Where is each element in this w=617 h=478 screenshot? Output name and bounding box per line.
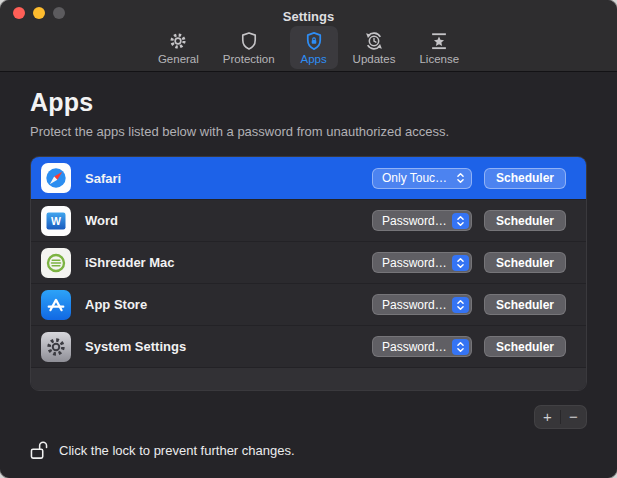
app-store-icon xyxy=(41,290,71,320)
app-row-safari[interactable]: Safari Only Touch ID Scheduler xyxy=(31,157,586,199)
tab-apps-label: Apps xyxy=(301,53,327,65)
close-button[interactable] xyxy=(13,7,25,19)
lock-hint-text: Click the lock to prevent further change… xyxy=(59,443,295,458)
gear-icon xyxy=(167,29,189,52)
scheduler-button[interactable]: Scheduler xyxy=(484,210,566,231)
minimize-button[interactable] xyxy=(33,7,45,19)
protection-mode-select[interactable]: Only Touch ID xyxy=(372,168,472,189)
window-title: Settings xyxy=(0,3,617,24)
scheduler-button[interactable]: Scheduler xyxy=(484,168,566,189)
app-name: App Store xyxy=(85,297,147,312)
protection-mode-select[interactable]: Password & T… xyxy=(372,210,472,231)
app-row-system-settings[interactable]: System Settings Password & T… Scheduler xyxy=(31,325,586,367)
tab-updates[interactable]: Updates xyxy=(344,26,405,69)
zoom-button[interactable] xyxy=(53,7,65,19)
protection-mode-value: Password & T… xyxy=(382,256,449,270)
page-title: Apps xyxy=(30,88,587,117)
protection-mode-value: Only Touch ID xyxy=(382,171,449,185)
apps-pane: Apps Protect the apps listed below with … xyxy=(0,72,617,478)
protection-mode-select[interactable]: Password & T… xyxy=(372,336,472,357)
protection-mode-value: Password & T… xyxy=(382,298,449,312)
remove-app-button[interactable]: − xyxy=(561,405,586,429)
app-row-ishredder[interactable]: iShredder Mac Password & T… Scheduler xyxy=(31,241,586,283)
word-icon: W xyxy=(41,206,71,236)
chevron-up-down-icon xyxy=(452,170,469,186)
traffic-lights xyxy=(13,7,65,19)
chevron-up-down-icon xyxy=(452,213,469,229)
scheduler-button[interactable]: Scheduler xyxy=(484,336,566,357)
open-lock-icon[interactable] xyxy=(30,440,50,461)
titlebar: Settings xyxy=(0,0,617,26)
list-edit-segment: + − xyxy=(534,405,587,429)
list-empty-area xyxy=(31,367,586,390)
scheduler-button[interactable]: Scheduler xyxy=(484,294,566,315)
shield-icon xyxy=(238,29,260,52)
clock-refresh-icon xyxy=(363,29,385,52)
protected-apps-list: Safari Only Touch ID Scheduler xyxy=(30,156,587,391)
protection-mode-select[interactable]: Password & T… xyxy=(372,294,472,315)
tab-updates-label: Updates xyxy=(353,53,396,65)
star-certificate-icon xyxy=(428,29,450,52)
system-settings-icon xyxy=(41,332,71,362)
protection-mode-select[interactable]: Password & T… xyxy=(372,252,472,273)
svg-text:W: W xyxy=(51,215,61,227)
app-row-app-store[interactable]: App Store Password & T… Scheduler xyxy=(31,283,586,325)
chevron-up-down-icon xyxy=(452,297,469,313)
chevron-up-down-icon xyxy=(452,255,469,271)
protection-mode-value: Password & T… xyxy=(382,214,449,228)
app-name: Safari xyxy=(85,171,121,186)
tab-general-label: General xyxy=(158,53,199,65)
add-app-button[interactable]: + xyxy=(535,405,560,429)
tab-license-label: License xyxy=(419,53,459,65)
tab-apps[interactable]: Apps xyxy=(290,26,338,69)
scheduler-button[interactable]: Scheduler xyxy=(484,252,566,273)
tab-protection[interactable]: Protection xyxy=(214,26,284,69)
page-description: Protect the apps listed below with a pas… xyxy=(30,124,587,139)
shield-lock-icon xyxy=(303,29,325,52)
toolbar: General Protection Apps xyxy=(0,26,617,72)
settings-window: Settings General Protection xyxy=(0,0,617,478)
ishredder-icon xyxy=(41,248,71,278)
chevron-up-down-icon xyxy=(452,339,469,355)
protection-mode-value: Password & T… xyxy=(382,340,449,354)
safari-icon xyxy=(41,163,71,193)
app-name: System Settings xyxy=(85,339,186,354)
tab-license[interactable]: License xyxy=(410,26,468,69)
tab-general[interactable]: General xyxy=(149,26,208,69)
app-name: iShredder Mac xyxy=(85,255,175,270)
tab-protection-label: Protection xyxy=(223,53,275,65)
app-name: Word xyxy=(85,213,118,228)
app-row-word[interactable]: W Word Password & T… Scheduler xyxy=(31,199,586,241)
